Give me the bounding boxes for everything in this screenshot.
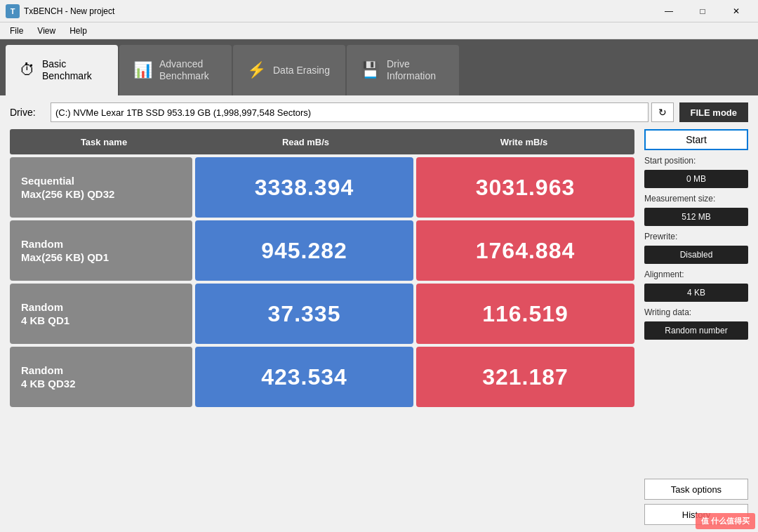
start-position-value: 0 MB — [644, 170, 748, 188]
minimize-button[interactable]: — — [653, 0, 685, 22]
content-area: Task name Read mB/s Write mB/s Sequentia… — [10, 129, 748, 525]
measurement-size-value: 512 MB — [644, 208, 748, 226]
writing-data-label: Writing data: — [644, 307, 748, 317]
drive-select[interactable]: (C:) NVMe Lexar 1TB SSD 953.19 GB (1,998… — [51, 102, 649, 122]
tab-data-erasing[interactable]: ⚡ Data Erasing — [233, 45, 345, 95]
window-controls: — □ ✕ — [653, 0, 752, 22]
close-button[interactable]: ✕ — [720, 0, 752, 22]
title-bar: T TxBENCH - New project — □ ✕ — [0, 0, 758, 22]
menu-view[interactable]: View — [30, 25, 62, 37]
main-content: Drive: (C:) NVMe Lexar 1TB SSD 953.19 GB… — [0, 95, 758, 532]
tab-drive-information-label: Drive Information — [387, 58, 436, 82]
window-title: TxBENCH - New project — [24, 6, 653, 16]
menu-help[interactable]: Help — [62, 25, 94, 37]
col-header-write: Write mB/s — [416, 137, 632, 147]
prewrite-label: Prewrite: — [644, 232, 748, 241]
task-options-button[interactable]: Task options — [644, 479, 748, 500]
measurement-size-label: Measurement size: — [644, 194, 748, 204]
drive-row: Drive: (C:) NVMe Lexar 1TB SSD 953.19 GB… — [10, 102, 748, 122]
file-mode-button[interactable]: FILE mode — [679, 102, 748, 122]
write-cell-3: 321.187 — [416, 347, 634, 407]
alignment-value: 4 KB — [644, 284, 748, 302]
bench-row-1: Random Max(256 KB) QD1 945.282 1764.884 — [10, 220, 634, 281]
drive-information-icon: 💾 — [361, 61, 380, 79]
drive-label: Drive: — [10, 107, 45, 118]
bench-row-2: Random 4 KB QD1 37.335 116.519 — [10, 284, 634, 344]
drive-select-wrapper: (C:) NVMe Lexar 1TB SSD 953.19 GB (1,998… — [51, 102, 674, 122]
task-cell-3: Random 4 KB QD32 — [10, 347, 192, 407]
alignment-label: Alignment: — [644, 270, 748, 279]
drive-refresh-button[interactable]: ↻ — [651, 102, 674, 122]
read-cell-3: 423.534 — [195, 347, 413, 407]
benchmark-table: Task name Read mB/s Write mB/s Sequentia… — [10, 129, 634, 525]
basic-benchmark-icon: ⏱ — [20, 61, 35, 79]
app-icon: T — [6, 4, 20, 18]
start-button[interactable]: Start — [644, 129, 748, 150]
right-panel: Start Start position: 0 MB Measurement s… — [644, 129, 748, 525]
prewrite-value: Disabled — [644, 246, 748, 264]
bench-row-0: Sequential Max(256 KB) QD32 3338.394 303… — [10, 157, 634, 218]
writing-data-value: Random number — [644, 321, 748, 340]
read-cell-2: 37.335 — [195, 284, 413, 344]
col-header-task: Task name — [13, 137, 195, 147]
start-position-label: Start position: — [644, 156, 748, 166]
tab-basic-benchmark[interactable]: ⏱ Basic Benchmark — [6, 45, 118, 95]
task-cell-1: Random Max(256 KB) QD1 — [10, 220, 192, 281]
tab-bar: ⏱ Basic Benchmark 📊 Advanced Benchmark ⚡… — [0, 39, 758, 95]
tab-advanced-benchmark-label: Advanced Benchmark — [159, 58, 209, 82]
write-cell-2: 116.519 — [416, 284, 634, 344]
task-cell-0: Sequential Max(256 KB) QD32 — [10, 157, 192, 218]
tab-basic-benchmark-label: Basic Benchmark — [42, 58, 92, 82]
write-cell-0: 3031.963 — [416, 157, 634, 218]
task-cell-2: Random 4 KB QD1 — [10, 284, 192, 344]
read-cell-1: 945.282 — [195, 220, 413, 281]
tab-drive-information[interactable]: 💾 Drive Information — [347, 45, 459, 95]
advanced-benchmark-icon: 📊 — [133, 61, 152, 79]
write-cell-1: 1764.884 — [416, 220, 634, 281]
bench-row-3: Random 4 KB QD32 423.534 321.187 — [10, 347, 634, 407]
table-header: Task name Read mB/s Write mB/s — [10, 129, 634, 154]
read-cell-0: 3338.394 — [195, 157, 413, 218]
data-erasing-icon: ⚡ — [247, 61, 266, 79]
tab-advanced-benchmark[interactable]: 📊 Advanced Benchmark — [119, 45, 232, 95]
spacer — [644, 344, 748, 474]
menu-file[interactable]: File — [3, 25, 30, 37]
tab-data-erasing-label: Data Erasing — [273, 65, 330, 77]
menu-bar: File View Help — [0, 22, 758, 39]
col-header-read: Read mB/s — [198, 137, 413, 147]
watermark: 值 什么值得买 — [696, 513, 755, 529]
maximize-button[interactable]: □ — [686, 0, 719, 22]
